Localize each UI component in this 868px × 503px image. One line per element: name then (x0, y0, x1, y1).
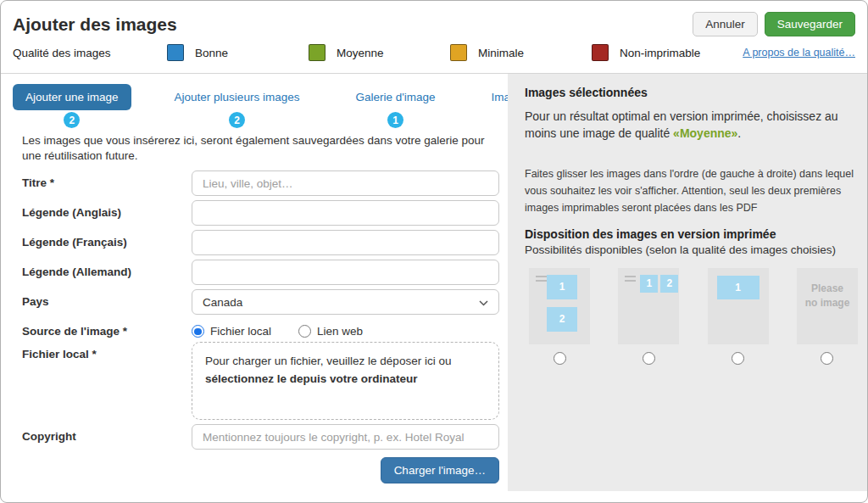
no-image-line2: no image (797, 296, 858, 310)
quality-hint-medium: «Moyenne» (673, 126, 737, 140)
form-row-local-file: Fichier local * Pour charger un fichier,… (13, 342, 499, 420)
image-slot-2: 2 (547, 307, 577, 332)
quality-swatch-minimal (450, 44, 467, 61)
image-slot-2: 2 (660, 275, 678, 293)
text-lines-icon (625, 276, 636, 282)
no-image-text: Please no image (797, 282, 858, 311)
source-local-file-label: Fichier local (210, 325, 271, 338)
page-title: Ajouter des images (13, 14, 177, 35)
tab-image-gallery-badge: 1 (387, 112, 403, 128)
tab-col-add-one: Ajouter une image 2 (13, 84, 131, 128)
radio-checked-icon[interactable] (192, 325, 204, 338)
layout-radio-two-side-by-side[interactable] (643, 352, 655, 365)
layout-card-two-stacked[interactable]: 1 2 (529, 268, 590, 344)
form-row-caption-fr: Légende (Français) (13, 230, 499, 255)
source-local-file-option[interactable]: Fichier local (192, 325, 271, 338)
quality-legend-caption: Qualité des images (13, 47, 167, 59)
tab-col-gallery: Galerie d'image 1 (342, 84, 448, 128)
dropzone-select-link[interactable]: sélectionnez le depuis votre ordinateur (205, 372, 418, 385)
copyright-label: Copyright (13, 424, 192, 443)
quality-item-minimal: Minimale (450, 44, 592, 61)
quality-item-medium: Moyenne (309, 44, 450, 61)
layout-radio-one-image[interactable] (732, 352, 744, 365)
layout-option-no-image: Please no image (797, 268, 858, 365)
cancel-button[interactable]: Annuler (693, 12, 758, 36)
quality-swatch-medium (309, 44, 326, 61)
form-footer: Charger l'image… (13, 457, 499, 483)
save-button[interactable]: Sauvegarder (765, 12, 855, 36)
no-image-line1: Please (797, 282, 858, 296)
form-row-country: Pays Canada (13, 289, 499, 315)
chevron-down-icon (479, 296, 488, 309)
local-file-label: Fichier local * (13, 342, 192, 360)
quality-swatch-good (167, 44, 184, 61)
add-image-form-panel: Ajouter une image 2 Ajouter plusieurs im… (1, 74, 508, 491)
print-layout-subtitle: Possibilités disponibles (selon la quali… (525, 243, 858, 256)
quality-label-good: Bonne (195, 47, 228, 59)
caption-german-input[interactable] (192, 260, 499, 285)
layout-option-two-stacked: 1 2 (529, 268, 590, 365)
quality-label-nonprintable: Non-imprimable (620, 47, 700, 59)
tabs-bar: Ajouter une image 2 Ajouter plusieurs im… (13, 84, 499, 128)
caption-english-label: Légende (Anglais) (13, 200, 192, 219)
quality-label-medium: Moyenne (337, 47, 384, 59)
dialog-header: Ajouter des images Annuler Sauvegarder (1, 1, 867, 44)
image-slot-1: 1 (717, 276, 760, 299)
add-images-dialog: Ajouter des images Annuler Sauvegarder Q… (0, 0, 868, 503)
tab-image-gallery[interactable]: Galerie d'image (342, 84, 448, 110)
form-intro-text: Les images que vous insérerez ici, seron… (22, 133, 487, 164)
tab-add-one-image[interactable]: Ajouter une image (13, 84, 131, 110)
tab-add-one-image-badge: 2 (64, 112, 80, 128)
layout-radio-no-image[interactable] (821, 352, 833, 365)
country-select-value: Canada (203, 296, 242, 309)
quality-label-minimal: Minimale (478, 47, 524, 59)
country-label: Pays (13, 289, 192, 308)
image-slot-1: 1 (640, 275, 658, 293)
quality-hint: Pour un résultat optimal en version impr… (525, 108, 858, 143)
tab-add-multiple-images[interactable]: Ajouter plusieurs images (162, 84, 313, 110)
country-select[interactable]: Canada (192, 289, 499, 315)
tab-add-multiple-images-badge: 2 (229, 112, 245, 128)
dropzone-text: Pour charger un fichier, veuillez le dép… (205, 355, 451, 367)
side-by-side-boxes: 1 2 (640, 275, 678, 293)
form-row-caption-en: Légende (Anglais) (13, 200, 499, 226)
caption-french-label: Légende (Français) (13, 230, 192, 249)
drag-order-note: Faites glisser les images dans l'ordre (… (525, 165, 858, 216)
layout-option-two-side-by-side: 1 2 (618, 268, 679, 365)
form-row-source: Source de l'image * Fichier local Lien w… (13, 319, 499, 338)
caption-german-label: Légende (Allemand) (13, 260, 192, 278)
image-source-label: Source de l'image * (13, 319, 192, 338)
caption-english-input[interactable] (192, 200, 499, 226)
header-buttons: Annuler Sauvegarder (693, 12, 855, 36)
form-row-copyright: Copyright (13, 424, 499, 450)
form-row-caption-de: Légende (Allemand) (13, 260, 499, 285)
caption-french-input[interactable] (192, 230, 499, 255)
image-source-options: Fichier local Lien web (192, 319, 499, 338)
upload-image-button[interactable]: Charger l'image… (381, 457, 499, 483)
print-layout-title: Disposition des images en version imprim… (525, 227, 858, 241)
quality-item-nonprintable: Non-imprimable (592, 44, 733, 61)
selected-images-title: Images sélectionnées (525, 86, 858, 99)
dialog-body: Ajouter une image 2 Ajouter plusieurs im… (1, 74, 867, 491)
source-web-link-option[interactable]: Lien web (298, 325, 363, 338)
layout-card-no-image[interactable]: Please no image (797, 268, 858, 344)
radio-unchecked-icon[interactable] (298, 325, 311, 338)
layout-radio-two-stacked[interactable] (554, 352, 566, 365)
about-quality-link[interactable]: A propos de la qualité… (743, 47, 855, 59)
source-web-link-label: Lien web (317, 325, 363, 338)
copyright-input[interactable] (192, 424, 499, 450)
title-label: Titre * (13, 170, 192, 189)
title-input[interactable] (192, 170, 499, 196)
layout-card-one-image[interactable]: 1 (708, 268, 769, 344)
dialog-top-section: Ajouter des images Annuler Sauvegarder Q… (1, 1, 867, 74)
quality-hint-suffix: . (737, 126, 741, 140)
layout-card-two-side-by-side[interactable]: 1 2 (618, 268, 679, 344)
file-dropzone[interactable]: Pour charger un fichier, veuillez le dép… (192, 342, 499, 420)
quality-item-good: Bonne (167, 44, 309, 61)
layout-option-one-image: 1 (708, 268, 769, 365)
text-lines-icon (536, 276, 547, 282)
quality-swatch-nonprintable (592, 44, 609, 61)
image-slot-1: 1 (547, 275, 577, 299)
selected-images-panel: Images sélectionnées Pour un résultat op… (508, 74, 868, 491)
tab-col-add-multiple: Ajouter plusieurs images 2 (162, 84, 313, 128)
